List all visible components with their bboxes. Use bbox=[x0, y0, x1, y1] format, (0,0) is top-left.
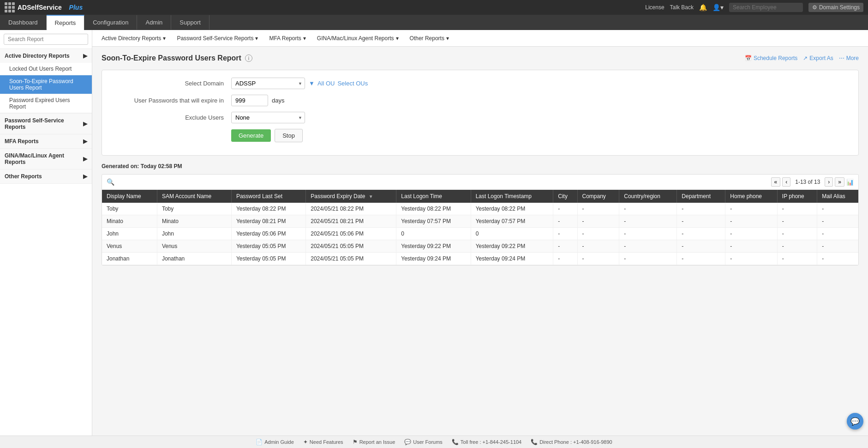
footer-report-issue[interactable]: ⚑ Report an Issue bbox=[353, 439, 395, 445]
phone-icon-direct: 📞 bbox=[531, 439, 538, 445]
subnav-gina-label: GINA/Mac/Linux Agent Reports bbox=[317, 35, 394, 42]
domain-settings-button[interactable]: ⚙ Domain Settings bbox=[808, 3, 863, 12]
table-cell: - bbox=[777, 253, 817, 265]
chevron-icon-gina: ▶ bbox=[83, 156, 87, 162]
table-cell: - bbox=[677, 228, 725, 240]
table-cell: - bbox=[553, 215, 577, 228]
stop-button[interactable]: Stop bbox=[275, 129, 303, 142]
toll-free-label: Toll free : +1-844-245-1104 bbox=[461, 439, 521, 445]
subnav-mfa[interactable]: MFA Reports ▾ bbox=[264, 32, 310, 44]
filter-icon: ▼ bbox=[309, 80, 315, 87]
calendar-picker-icon[interactable]: 📊 bbox=[846, 179, 854, 186]
table-cell: Yesterday 09:22 PM bbox=[471, 240, 553, 253]
subnav-other[interactable]: Other Reports ▾ bbox=[405, 32, 454, 44]
gear-icon: ⚙ bbox=[812, 4, 817, 11]
footer-admin-guide[interactable]: 📄 Admin Guide bbox=[256, 439, 294, 445]
generated-on-label: Generated on: bbox=[102, 163, 139, 170]
footer-direct-phone: 📞 Direct Phone : +1-408-916-9890 bbox=[531, 439, 612, 445]
select-ous-link[interactable]: Select OUs bbox=[337, 80, 368, 87]
table-cell: - bbox=[619, 240, 677, 253]
chevron-icon-active-directory: ▶ bbox=[83, 53, 87, 59]
star-icon: ✦ bbox=[303, 439, 308, 445]
table-cell: Yesterday 09:24 PM bbox=[471, 253, 553, 265]
logo-grid-icon bbox=[5, 2, 15, 12]
report-actions: 📅 Schedule Reports ↗ Export As ⋯ More bbox=[745, 55, 859, 61]
sidebar-section-label-active-directory: Active Directory Reports bbox=[5, 53, 70, 59]
info-icon[interactable]: i bbox=[245, 54, 252, 62]
subnav-gina-arrow: ▾ bbox=[396, 35, 399, 42]
tab-dashboard[interactable]: Dashboard bbox=[0, 15, 47, 30]
sidebar-section-header-password-self-service[interactable]: Password Self-Service Reports ▶ bbox=[0, 114, 92, 134]
sidebar-section-header-mfa[interactable]: MFA Reports ▶ bbox=[0, 134, 92, 148]
sidebar-item-password-expired[interactable]: Password Expired Users Report bbox=[0, 94, 92, 113]
table-cell: 2024/05/21 08:22 PM bbox=[306, 203, 396, 215]
generate-button[interactable]: Generate bbox=[231, 129, 271, 142]
pagination-last-button[interactable]: » bbox=[835, 177, 844, 187]
col-password-last-set: Password Last Set bbox=[231, 190, 305, 203]
table-cell: - bbox=[777, 203, 817, 215]
schedule-reports-label: Schedule Reports bbox=[754, 55, 797, 61]
subnav-password-self-service[interactable]: Password Self-Service Reports ▾ bbox=[172, 32, 263, 44]
exclude-users-label: Exclude Users bbox=[111, 114, 231, 121]
days-label: days bbox=[272, 97, 284, 104]
tab-support[interactable]: Support bbox=[171, 15, 210, 30]
export-icon: ↗ bbox=[803, 55, 808, 61]
need-features-label: Need Features bbox=[310, 439, 343, 445]
table-cell: - bbox=[777, 215, 817, 228]
talk-back-link[interactable]: Talk Back bbox=[670, 4, 694, 11]
direct-phone-label: Direct Phone : +1-408-916-9890 bbox=[539, 439, 612, 445]
sidebar-section-active-directory: Active Directory Reports ▶ Locked Out Us… bbox=[0, 49, 92, 114]
sidebar-item-locked-out[interactable]: Locked Out Users Report bbox=[0, 63, 92, 75]
sidebar-search-input[interactable] bbox=[4, 34, 88, 45]
sidebar-section-header-active-directory[interactable]: Active Directory Reports ▶ bbox=[0, 49, 92, 63]
tab-configuration[interactable]: Configuration bbox=[84, 15, 137, 30]
col-department: Department bbox=[677, 190, 725, 203]
form-row-exclude: Exclude Users None bbox=[111, 112, 849, 123]
col-password-expiry[interactable]: Password Expiry Date ▼ bbox=[306, 190, 396, 203]
license-link[interactable]: License bbox=[645, 4, 664, 11]
subnav-mfa-arrow: ▾ bbox=[303, 35, 306, 42]
tab-admin[interactable]: Admin bbox=[137, 15, 171, 30]
sort-icon: ▼ bbox=[369, 194, 373, 199]
exclude-select[interactable]: None bbox=[231, 112, 305, 123]
table-cell: - bbox=[619, 228, 677, 240]
sidebar-section-header-gina[interactable]: GINA/Mac/Linux Agent Reports ▶ bbox=[0, 149, 92, 169]
pagination-first-button[interactable]: « bbox=[771, 177, 781, 187]
sidebar-section-header-other[interactable]: Other Reports ▶ bbox=[0, 170, 92, 183]
form-control-buttons: Generate Stop bbox=[231, 129, 303, 142]
table-cell: 2024/05/21 05:06 PM bbox=[306, 228, 396, 240]
report-issue-label: Report an Issue bbox=[359, 439, 395, 445]
table-cell: - bbox=[577, 203, 619, 215]
bell-icon[interactable]: 🔔 bbox=[699, 4, 707, 11]
chat-widget[interactable]: 💬 bbox=[847, 413, 863, 430]
footer-user-forums[interactable]: 💬 User Forums bbox=[404, 439, 443, 445]
table-cell: - bbox=[725, 240, 778, 253]
more-button[interactable]: ⋯ More bbox=[839, 55, 859, 61]
footer-need-features[interactable]: ✦ Need Features bbox=[303, 439, 343, 445]
form-control-expire: days bbox=[231, 95, 284, 106]
table-cell: Yesterday 05:06 PM bbox=[231, 228, 305, 240]
expire-days-input[interactable] bbox=[231, 95, 268, 106]
table-cell: 2024/05/21 05:05 PM bbox=[306, 253, 396, 265]
subnav-active-directory[interactable]: Active Directory Reports ▾ bbox=[97, 32, 170, 44]
tab-reports[interactable]: Reports bbox=[47, 15, 85, 30]
col-display-name: Display Name bbox=[102, 190, 157, 203]
search-employee-input[interactable] bbox=[729, 3, 803, 12]
sidebar-item-soon-to-expire[interactable]: Soon-To-Expire Password Users Report bbox=[0, 75, 92, 94]
report-title-text: Soon-To-Expire Password Users Report bbox=[102, 54, 241, 62]
table-cell: 0 bbox=[396, 228, 471, 240]
export-as-button[interactable]: ↗ Export As bbox=[803, 55, 833, 61]
all-ou-label[interactable]: All OU bbox=[317, 80, 335, 87]
pagination-next-button[interactable]: › bbox=[825, 177, 833, 187]
user-icon[interactable]: 👤▾ bbox=[712, 4, 724, 11]
chevron-icon-password-self-service: ▶ bbox=[83, 121, 87, 127]
form-row-buttons: Generate Stop bbox=[111, 129, 849, 142]
table-cell: Yesterday 08:22 PM bbox=[231, 203, 305, 215]
table-search-icon[interactable]: 🔍 bbox=[107, 178, 114, 186]
pagination-prev-button[interactable]: ‹ bbox=[782, 177, 790, 187]
form-row-expire: User Passwords that will expire in days bbox=[111, 95, 849, 106]
schedule-reports-button[interactable]: 📅 Schedule Reports bbox=[745, 55, 797, 61]
subnav-gina[interactable]: GINA/Mac/Linux Agent Reports ▾ bbox=[312, 32, 403, 44]
domain-select[interactable]: ADSSP bbox=[231, 78, 305, 89]
pagination: « ‹ 1-13 of 13 › » 📊 bbox=[771, 177, 854, 187]
